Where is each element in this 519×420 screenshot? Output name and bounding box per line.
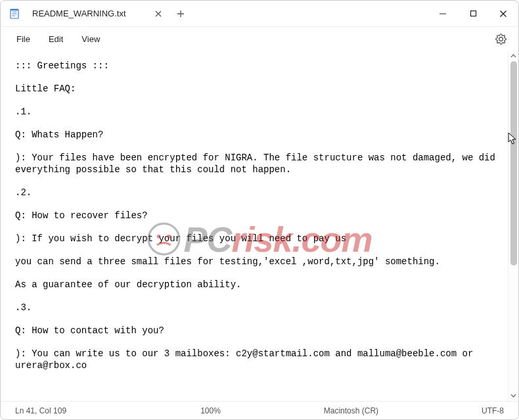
- scroll-up-icon[interactable]: [508, 51, 518, 61]
- menu-edit[interactable]: Edit: [39, 30, 72, 48]
- tab[interactable]: README_WARNING.txt: [26, 3, 170, 24]
- text-editor[interactable]: ::: Greetings :::Little FAQ:.1.Q: Whats …: [1, 51, 508, 401]
- statusbar: Ln 41, Col 109 100% Macintosh (CR) UTF-8: [1, 401, 518, 419]
- status-encoding: UTF-8: [476, 406, 509, 415]
- notepad-icon: [9, 8, 20, 20]
- menu-file[interactable]: File: [7, 30, 39, 48]
- text-line: Q: How to contact with you?: [15, 325, 501, 337]
- status-zoom[interactable]: 100%: [195, 406, 226, 415]
- maximize-button[interactable]: [458, 1, 488, 27]
- minimize-button[interactable]: [428, 1, 458, 27]
- svg-rect-10: [470, 11, 476, 16]
- close-tab-icon[interactable]: [150, 6, 166, 22]
- text-line: ): You can write us to our 3 mailboxes: …: [15, 348, 501, 373]
- svg-rect-4: [11, 9, 18, 11]
- text-line: .3.: [15, 302, 501, 314]
- gear-icon: [495, 34, 507, 45]
- text-line: Little FAQ:: [15, 83, 501, 95]
- text-line: ): If you wish to decrypt your files you…: [15, 233, 501, 245]
- text-line: Q: How to recover files?: [15, 210, 501, 222]
- text-line: .2.: [15, 187, 501, 199]
- titlebar: README_WARNING.txt: [1, 1, 518, 27]
- settings-button[interactable]: [489, 29, 512, 49]
- status-line-ending: Macintosh (CR): [319, 406, 384, 415]
- tab-title: README_WARNING.txt: [32, 9, 150, 18]
- text-line: As a guarantee of our decryption ability…: [15, 279, 501, 291]
- text-line: Q: Whats Happen?: [15, 129, 501, 141]
- text-line: ::: Greetings :::: [15, 60, 501, 72]
- scrollbar-track[interactable]: [508, 61, 518, 390]
- new-tab-button[interactable]: [170, 3, 191, 24]
- window-controls: [428, 1, 518, 27]
- text-line: you can send a three small files for tes…: [15, 256, 501, 268]
- vertical-scrollbar[interactable]: [508, 51, 518, 401]
- close-window-button[interactable]: [488, 1, 518, 27]
- text-line: ): Your files have been encrypted for NI…: [15, 152, 501, 177]
- scroll-down-icon[interactable]: [508, 390, 518, 401]
- status-cursor-position: Ln 41, Col 109: [10, 406, 82, 415]
- content-area: ::: Greetings :::Little FAQ:.1.Q: Whats …: [1, 51, 518, 401]
- menu-view[interactable]: View: [72, 30, 109, 48]
- menubar: File Edit View: [1, 27, 518, 51]
- text-line: .1.: [15, 106, 501, 118]
- scrollbar-thumb[interactable]: [510, 61, 517, 266]
